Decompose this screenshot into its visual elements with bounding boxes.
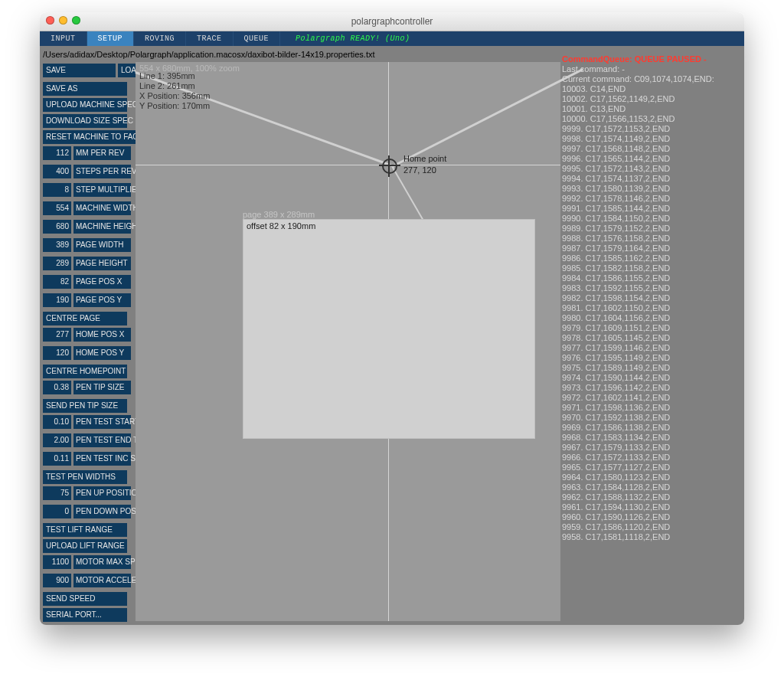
queue-line: 9969. C17,1586,1138,2,END xyxy=(562,423,740,433)
param-label[interactable]: MM PER REV xyxy=(74,146,131,160)
upload-machine-spec-button[interactable]: UPLOAD MACHINE SPEC xyxy=(43,98,127,112)
queue-line: 9968. C17,1583,1134,2,END xyxy=(562,433,740,443)
param-value[interactable]: 120 xyxy=(43,346,71,360)
queue-line: 9997. C17,1568,1148,2,END xyxy=(562,144,740,154)
param-label[interactable]: MOTOR MAX SPEED xyxy=(74,555,131,569)
param-label[interactable]: PAGE POS Y xyxy=(74,293,131,307)
queue-line: 9998. C17,1574,1149,2,END xyxy=(562,134,740,144)
queue-line: 10000. C17,1566,1153,2,END xyxy=(562,114,740,124)
param-value[interactable]: 389 xyxy=(43,238,71,252)
test-lift-range-button[interactable]: TEST LIFT RANGE xyxy=(43,523,127,537)
param-value[interactable]: 0 xyxy=(43,505,71,518)
param-value[interactable]: 82 xyxy=(43,275,71,289)
param-label[interactable]: PAGE POS X xyxy=(74,275,131,289)
tab-setup[interactable]: SETUP xyxy=(87,31,135,46)
tab-queue[interactable]: QUEUE xyxy=(234,31,281,46)
tab-roving[interactable]: ROVING xyxy=(134,31,186,46)
queue-line: 9970. C17,1592,1138,2,END xyxy=(562,413,740,423)
queue-line: 9991. C17,1585,1144,2,END xyxy=(562,204,740,214)
tab-input[interactable]: INPUT xyxy=(40,31,87,46)
queue-last: Last command: - xyxy=(562,64,740,74)
param-value[interactable]: 1100 xyxy=(43,555,71,569)
queue-line: 9967. C17,1579,1133,2,END xyxy=(562,443,740,453)
queue-line: 9973. C17,1596,1142,2,END xyxy=(562,383,740,393)
ypos-info: Y Position: 170mm xyxy=(139,101,210,111)
centre-homepoint-button[interactable]: CENTRE HOMEPOINT xyxy=(43,365,127,378)
param-label[interactable]: STEPS PER REV xyxy=(74,165,131,178)
minimize-window-button[interactable] xyxy=(59,16,67,25)
param-value[interactable]: 900 xyxy=(43,574,71,587)
param-value[interactable]: 0.10 xyxy=(43,415,71,429)
param-label[interactable]: MACHINE WIDTH xyxy=(74,201,131,215)
param-label[interactable]: PEN TEST INC SIZE xyxy=(74,452,131,466)
download-size-spec-button[interactable]: DOWNLOAD SIZE SPEC xyxy=(43,114,127,128)
queue-line: 9975. C17,1589,1149,2,END xyxy=(562,363,740,373)
close-window-button[interactable] xyxy=(46,16,54,25)
param-label[interactable]: PEN TEST START TIP xyxy=(74,415,131,429)
serial-port-button[interactable]: SERIAL PORT... xyxy=(43,608,127,622)
param-value[interactable]: 75 xyxy=(43,486,71,500)
param-label[interactable]: PEN DOWN POSITION xyxy=(74,505,131,518)
reset-factory-button[interactable]: RESET MACHINE TO FACTORY xyxy=(43,130,149,144)
param-label[interactable]: PEN TEST END TIP xyxy=(74,433,131,447)
machine-canvas[interactable]: Home point 277, 120 page 389 x 289mm off… xyxy=(136,62,560,621)
param-value[interactable]: 277 xyxy=(43,328,71,342)
queue-line: 9996. C17,1565,1144,2,END xyxy=(562,154,740,164)
test-pen-widths-button[interactable]: TEST PEN WIDTHS xyxy=(43,470,127,484)
centre-page-button[interactable]: CENTRE PAGE xyxy=(43,312,127,325)
param-label[interactable]: PAGE HEIGHT xyxy=(74,257,131,270)
save-as-button[interactable]: SAVE AS xyxy=(43,82,127,96)
param-value[interactable]: 680 xyxy=(43,220,71,234)
queue-line: 9992. C17,1578,1146,2,END xyxy=(562,194,740,204)
param-label[interactable]: MACHINE HEIGHT xyxy=(74,220,131,234)
queue-line: 9977. C17,1599,1146,2,END xyxy=(562,343,740,353)
status-ready: Polargraph READY! (Uno) xyxy=(280,31,744,46)
queue-line: 9972. C17,1602,1141,2,END xyxy=(562,393,740,403)
param-value[interactable]: 0.38 xyxy=(43,381,71,394)
command-queue-panel: CommandQueue: QUEUE PAUSED - Last comman… xyxy=(562,54,740,542)
param-label[interactable]: PEN UP POSITION xyxy=(74,486,131,500)
param-value[interactable]: 0.11 xyxy=(43,452,71,466)
page-rect: offset 82 x 190mm xyxy=(243,219,535,439)
param-label[interactable]: STEP MULTIPLIER xyxy=(74,183,131,197)
param-value[interactable]: 2.00 xyxy=(43,433,71,447)
page-size-label: page 389 x 289mm xyxy=(243,210,315,219)
param-value[interactable]: 400 xyxy=(43,165,71,178)
send-pen-tip-button[interactable]: SEND PEN TIP SIZE xyxy=(43,399,127,413)
tab-trace[interactable]: TRACE xyxy=(186,31,234,46)
xpos-info: X Position: 356mm xyxy=(139,91,210,101)
tab-bar: INPUT SETUP ROVING TRACE QUEUE Polargrap… xyxy=(40,31,744,46)
queue-line: 9971. C17,1598,1136,2,END xyxy=(562,403,740,413)
queue-line: 9994. C17,1574,1137,2,END xyxy=(562,174,740,184)
queue-line: 9990. C17,1584,1150,2,END xyxy=(562,214,740,224)
queue-line: 9974. C17,1590,1144,2,END xyxy=(562,373,740,383)
queue-line: 9989. C17,1579,1152,2,END xyxy=(562,224,740,234)
param-label[interactable]: HOME POS Y xyxy=(74,346,131,360)
param-label[interactable]: MOTOR ACCELERATION xyxy=(74,574,131,587)
window-title: polargraphcontroller xyxy=(351,16,433,27)
save-button[interactable]: SAVE xyxy=(43,64,116,77)
queue-current: Current command: C09,1074,1074,END: xyxy=(562,74,740,84)
queue-line: 9980. C17,1604,1156,2,END xyxy=(562,313,740,323)
queue-line: 9964. C17,1580,1123,2,END xyxy=(562,473,740,482)
home-point-label: Home point xyxy=(403,154,446,163)
cursor-info: Line 1: 395mm Line 2: 261mm X Position: … xyxy=(139,71,210,111)
param-value[interactable]: 112 xyxy=(43,146,71,160)
param-value[interactable]: 190 xyxy=(43,293,71,307)
queue-line: 9981. C17,1602,1150,2,END xyxy=(562,303,740,313)
param-value[interactable]: 8 xyxy=(43,183,71,197)
param-label[interactable]: PAGE WIDTH xyxy=(74,238,131,252)
param-value[interactable]: 554 xyxy=(43,201,71,215)
queue-line: 9988. C17,1576,1158,2,END xyxy=(562,234,740,244)
zoom-window-button[interactable] xyxy=(72,16,80,25)
send-speed-button[interactable]: SEND SPEED xyxy=(43,592,127,606)
queue-line: 9965. C17,1577,1127,2,END xyxy=(562,463,740,473)
upload-lift-range-button[interactable]: UPLOAD LIFT RANGE xyxy=(43,539,127,553)
param-label[interactable]: PEN TIP SIZE xyxy=(74,381,131,394)
param-label[interactable]: HOME POS X xyxy=(74,328,131,342)
page-offset-label: offset 82 x 190mm xyxy=(247,221,315,231)
queue-line: 9962. C17,1588,1132,2,END xyxy=(562,492,740,502)
line2-info: Line 2: 261mm xyxy=(139,81,210,91)
home-point-marker xyxy=(382,159,397,174)
param-value[interactable]: 289 xyxy=(43,257,71,270)
